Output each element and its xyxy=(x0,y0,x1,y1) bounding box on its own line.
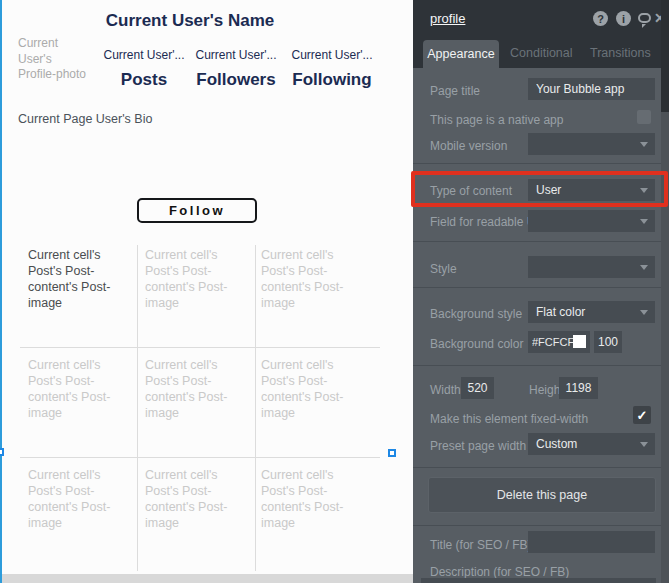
style-label: Style xyxy=(430,262,457,276)
property-editor-panel: Page title This page is a native app Mob… xyxy=(413,0,669,583)
section-divider xyxy=(413,287,661,288)
type-of-content-value: User xyxy=(536,183,561,197)
chevron-down-icon xyxy=(640,310,648,315)
background-style-value: Flat color xyxy=(536,305,585,319)
comment-icon[interactable] xyxy=(638,13,651,23)
section-divider xyxy=(413,525,661,526)
type-of-content-dropdown[interactable]: User xyxy=(528,179,655,201)
grid-divider-vertical xyxy=(255,245,256,571)
tab-appearance-label: Appearance xyxy=(427,47,494,61)
follow-button-label: Follow xyxy=(169,203,225,218)
page-title-label: Page title xyxy=(430,84,480,98)
mobile-version-dropdown[interactable] xyxy=(528,133,655,155)
mobile-version-label: Mobile version xyxy=(430,139,507,153)
grid-divider-horizontal xyxy=(20,457,380,458)
info-icon[interactable]: i xyxy=(616,11,631,26)
color-swatch[interactable] xyxy=(573,335,586,348)
preset-width-value: Custom xyxy=(536,437,577,451)
height-input[interactable] xyxy=(559,377,598,399)
preset-width-dropdown[interactable]: Custom xyxy=(528,433,655,455)
bubble-editor: Current User's Name Current User's Profi… xyxy=(0,0,669,583)
native-app-checkbox[interactable] xyxy=(637,110,651,124)
native-app-label: This page is a native app xyxy=(430,113,563,127)
post-cell[interactable]: Current cell's Post's Post-content's Pos… xyxy=(145,357,245,421)
post-cell[interactable]: Current cell's Post's Post-content's Pos… xyxy=(28,247,128,311)
type-of-content-label: Type of content xyxy=(430,184,512,198)
stat-following-value[interactable]: Current User'... xyxy=(272,48,392,62)
section-divider xyxy=(413,163,661,164)
page-canvas[interactable]: Current User's Name Current User's Profi… xyxy=(0,0,413,583)
panel-tabbar: Appearance Conditional Transitions xyxy=(413,36,669,68)
panel-header: profile ? i ✕ xyxy=(413,0,669,36)
seo-title-input[interactable] xyxy=(528,531,655,553)
seo-description-label: Description (for SEO / FB) xyxy=(430,565,569,579)
grid-divider-vertical xyxy=(137,245,138,571)
preset-width-label: Preset page width xyxy=(430,439,526,453)
background-style-label: Background style xyxy=(430,307,522,321)
readable-url-dropdown[interactable] xyxy=(528,210,655,232)
section-divider xyxy=(413,365,661,366)
width-label: Width xyxy=(430,383,461,397)
tab-conditional[interactable]: Conditional xyxy=(510,46,573,60)
post-cell[interactable]: Current cell's Post's Post-content's Pos… xyxy=(261,357,361,421)
width-input[interactable] xyxy=(461,377,494,399)
chevron-down-icon xyxy=(640,142,648,147)
chevron-down-icon xyxy=(640,442,648,447)
post-cell[interactable]: Current cell's Post's Post-content's Pos… xyxy=(28,467,128,531)
style-dropdown[interactable] xyxy=(528,256,655,278)
page-title-input[interactable] xyxy=(528,78,655,100)
post-cell[interactable]: Current cell's Post's Post-content's Pos… xyxy=(145,247,245,311)
background-opacity-input[interactable] xyxy=(594,331,622,353)
chevron-down-icon xyxy=(640,188,648,193)
post-cell[interactable]: Current cell's Post's Post-content's Pos… xyxy=(261,247,361,311)
panel-scrollbar-thumb[interactable] xyxy=(661,0,669,112)
resize-handle-left[interactable] xyxy=(0,448,4,456)
page-left-edge xyxy=(0,0,2,583)
post-cell[interactable]: Current cell's Post's Post-content's Pos… xyxy=(261,467,361,531)
profile-photo-placeholder[interactable]: Current User's Profile-photo xyxy=(18,36,92,83)
delete-page-button[interactable]: Delete this page xyxy=(428,477,656,513)
post-cell[interactable]: Current cell's Post's Post-content's Pos… xyxy=(145,467,245,531)
user-bio-text[interactable]: Current Page User's Bio xyxy=(18,112,152,126)
help-icon[interactable]: ? xyxy=(593,11,608,26)
panel-title[interactable]: profile xyxy=(430,11,465,26)
tab-transitions[interactable]: Transitions xyxy=(590,46,651,60)
fixed-width-checkbox[interactable]: ✓ xyxy=(633,406,651,424)
follow-button[interactable]: Follow xyxy=(137,198,257,223)
resize-handle-right[interactable] xyxy=(388,449,396,457)
chevron-down-icon xyxy=(640,265,648,270)
chevron-down-icon xyxy=(640,219,648,224)
checkmark-icon: ✓ xyxy=(637,408,648,423)
background-color-label: Background color xyxy=(430,337,523,351)
stat-following-label[interactable]: Following xyxy=(272,70,392,90)
tab-appearance[interactable]: Appearance xyxy=(423,40,499,68)
fixed-width-label: Make this element fixed-width xyxy=(430,412,588,426)
section-divider xyxy=(413,467,661,468)
seo-description-input[interactable] xyxy=(421,578,656,583)
seo-title-label: Title (for SEO / FB) xyxy=(430,538,532,552)
background-style-dropdown[interactable]: Flat color xyxy=(528,301,655,323)
delete-page-button-label: Delete this page xyxy=(497,488,587,502)
user-name-text[interactable]: Current User's Name xyxy=(0,11,380,31)
stat-following[interactable]: Current User'... Following xyxy=(272,48,392,90)
post-cell[interactable]: Current cell's Post's Post-content's Pos… xyxy=(28,357,128,421)
grid-divider-horizontal xyxy=(20,347,380,348)
section-divider xyxy=(413,241,661,242)
